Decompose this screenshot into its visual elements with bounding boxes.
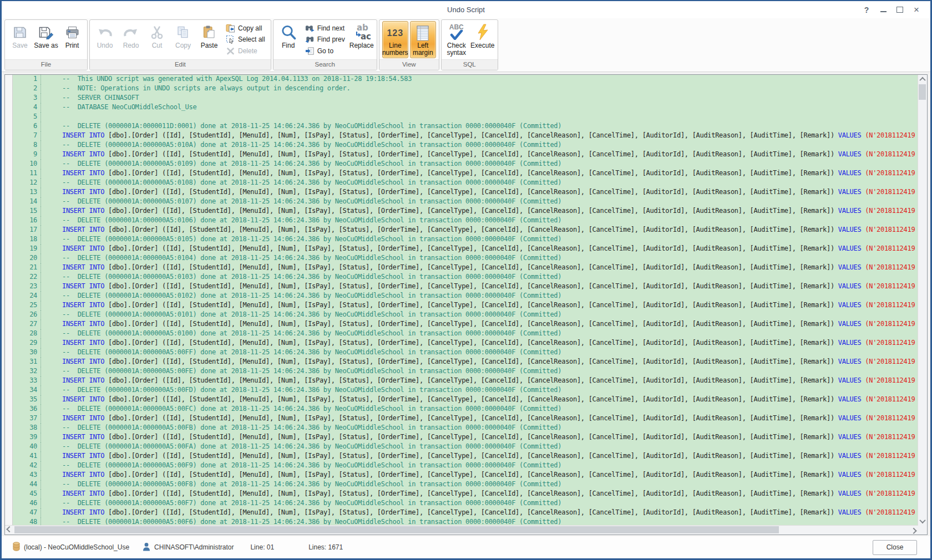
sql-keyword: INSERT INTO [62, 320, 108, 328]
status-bar: (local) - NeoCuOMiddleSchool_Use CHINASO… [2, 536, 930, 558]
scroll-left-button[interactable] [5, 526, 14, 534]
button-label: Line numbers [382, 42, 408, 57]
line-numbers-button[interactable]: 123Line numbers [382, 21, 408, 58]
ribbon-group-content: FindFind nextFind prevGo toabacReplace [273, 20, 377, 59]
code-line: 20-- DELETE (0000001A:000000A5:0104) don… [13, 254, 918, 263]
line-number: 26 [13, 310, 41, 320]
help-button[interactable]: ? [860, 4, 873, 16]
minimize-icon [880, 11, 887, 12]
save-button[interactable]: Save [7, 21, 33, 59]
line-number: 6 [13, 122, 41, 131]
sql-editor[interactable]: 1-- This UNDO script was generated with … [4, 74, 928, 535]
code-line: 18-- DELETE (0000001A:000000A5:0105) don… [13, 235, 918, 245]
replace-button[interactable]: abacReplace [349, 21, 374, 59]
sql-comment: -- DELETE (0000001A:000000A5:0100) done … [62, 329, 561, 337]
paste-button[interactable]: Paste [196, 21, 222, 59]
execute-button[interactable]: Execute [470, 21, 495, 59]
sql-identifier: [dbo].[Order] ([Id], [StudentId], [MenuI… [108, 207, 838, 215]
code-line: 32-- DELETE (0000001A:000000A5:00FE) don… [13, 367, 918, 376]
horizontal-scrollbar-thumb[interactable] [14, 526, 779, 533]
select-all-button[interactable]: Select all [224, 34, 267, 45]
sql-identifier: [dbo].[Order] ([Id], [StudentId], [MenuI… [108, 131, 838, 139]
line-number: 4 [13, 103, 41, 113]
sql-code-area[interactable]: 1-- This UNDO script was generated with … [13, 75, 918, 526]
sql-keyword: INSERT INTO [62, 395, 108, 403]
sql-keyword: VALUES [838, 245, 865, 252]
sql-keyword: VALUES [838, 508, 865, 516]
undo-button[interactable]: Undo [92, 21, 118, 59]
vertical-scrollbar-thumb[interactable] [919, 84, 926, 100]
line-number: 3 [13, 94, 41, 103]
sql-comment: -- DELETE (0000001A:000000A5:00FB) done … [62, 424, 561, 431]
left-margin-button[interactable]: Left margin [410, 21, 436, 58]
scroll-right-button[interactable] [909, 526, 918, 534]
scroll-up-button[interactable] [918, 75, 927, 84]
find-button[interactable]: Find [276, 21, 301, 59]
line-text: -- DELETE (0000001A:000000A5:0100) done … [41, 329, 918, 339]
line-numbers-icon: 123 [387, 24, 403, 42]
save-as-button[interactable]: Save as [33, 21, 59, 59]
line-number: 7 [13, 131, 41, 141]
maximize-button[interactable] [894, 4, 906, 16]
line-number: 20 [13, 254, 41, 263]
line-number: 28 [13, 329, 41, 339]
line-text: INSERT INTO [dbo].[Order] ([Id], [Studen… [41, 490, 918, 499]
line-number: 38 [13, 424, 41, 433]
sql-identifier: [dbo].[Order] ([Id], [StudentId], [MenuI… [108, 395, 838, 403]
code-line: 48-- DELETE (0000001A:000000A5:00F6) don… [13, 518, 918, 526]
line-text: -- DELETE (0000001A:000000A5:0104) done … [41, 254, 918, 263]
line-text: INSERT INTO [dbo].[Order] ([Id], [Studen… [41, 282, 918, 292]
check-syntax-button[interactable]: ABCCheck syntax [444, 21, 469, 59]
code-line: 8-- DELETE (0000001A:000000A5:010A) done… [13, 141, 918, 150]
copy-all-button[interactable]: Copy all [224, 23, 267, 33]
find-next-button[interactable]: Find next [303, 23, 347, 33]
horizontal-scrollbar[interactable] [5, 525, 918, 534]
close-window-button[interactable]: × [910, 4, 923, 16]
sql-identifier: [dbo].[Order] ([Id], [StudentId], [MenuI… [108, 150, 838, 158]
cut-button[interactable]: Cut [144, 21, 170, 59]
delete-button[interactable]: Delete [224, 45, 267, 56]
button-label: Copy [175, 42, 191, 49]
code-line: 23INSERT INTO [dbo].[Order] ([Id], [Stud… [13, 282, 918, 292]
redo-button[interactable]: Redo [118, 21, 144, 59]
line-text: -- NOTE: Operations in UNDO scripts are … [41, 84, 918, 94]
minimize-button[interactable] [877, 4, 889, 16]
delete-icon [226, 47, 235, 55]
sql-identifier: [dbo].[Order] ([Id], [StudentId], [MenuI… [108, 452, 838, 460]
scroll-down-button[interactable] [918, 517, 927, 526]
code-line: 47INSERT INTO [dbo].[Order] ([Id], [Stud… [13, 508, 918, 518]
vertical-scrollbar[interactable] [918, 75, 927, 526]
line-text: -- DELETE (0000001A:000000A5:0108) done … [41, 179, 918, 188]
line-number: 2 [13, 84, 41, 94]
code-line: 3-- SERVER CHINASOFT [13, 94, 918, 103]
sql-comment: -- DELETE (0000001A:000000A5:00FE) done … [62, 367, 561, 375]
line-indicator: Line: 01 [250, 543, 274, 551]
sql-identifier: [dbo].[Order] ([Id], [StudentId], [MenuI… [108, 282, 838, 290]
line-number: 24 [13, 292, 41, 301]
button-label: Check syntax [444, 42, 469, 57]
sql-identifier: [dbo].[Order] ([Id], [StudentId], [MenuI… [108, 188, 838, 196]
sql-keyword: INSERT INTO [62, 376, 108, 384]
goto-icon [305, 47, 315, 55]
button-label: Find prev [317, 35, 345, 43]
line-number: 43 [13, 471, 41, 480]
undo-script-window: Undo Script ? × SaveSave asPrintFileUndo… [0, 0, 932, 560]
find-prev-button[interactable]: Find prev [303, 34, 347, 45]
sql-comment: -- DELETE (0000001A:000000A5:0107) done … [62, 197, 561, 205]
line-number: 27 [13, 320, 41, 329]
sql-comment: -- DELETE (0000001A:000000A5:010A) done … [62, 141, 561, 149]
line-number: 12 [13, 179, 41, 188]
save-as-icon [38, 22, 54, 42]
close-button[interactable]: Close [873, 540, 917, 555]
sql-keyword: VALUES [838, 358, 865, 365]
sql-string: (N'2018112419 [865, 414, 915, 422]
sql-keyword: VALUES [838, 433, 865, 441]
sql-comment: -- DELETE (0000001A:000000A5:0102) done … [62, 292, 561, 299]
sql-comment: -- DELETE (0000001A:000000A5:00F9) done … [62, 461, 561, 469]
line-number: 30 [13, 348, 41, 358]
copy-button[interactable]: Copy [170, 21, 196, 59]
line-number: 29 [13, 339, 41, 348]
go-to-button[interactable]: Go to [303, 45, 347, 56]
print-button[interactable]: Print [59, 21, 85, 59]
sql-identifier: [dbo].[Order] ([Id], [StudentId], [MenuI… [108, 471, 838, 478]
